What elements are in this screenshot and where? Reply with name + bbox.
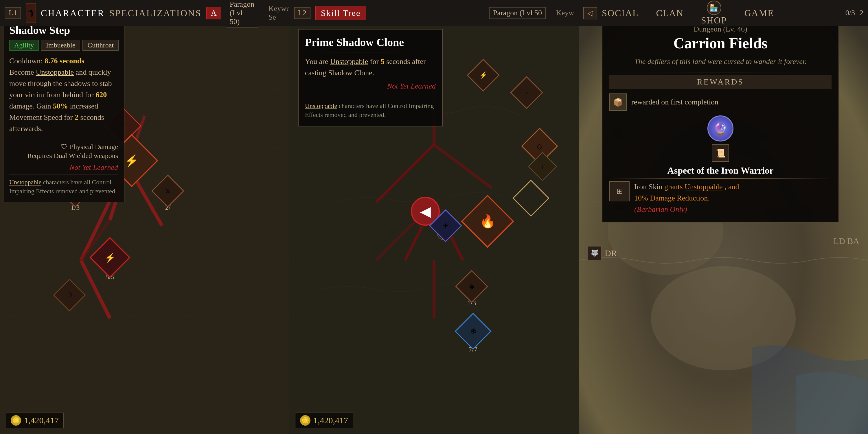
reward-chest: 📦 rewarded on first completion (609, 93, 832, 111)
dungeon-description: The defilers of this land were cursed to… (609, 56, 832, 67)
panel2-keyword: Keyw (556, 9, 574, 18)
character-tab[interactable]: CHARACTER (41, 8, 105, 19)
panel2-gold-amount: 1,420,417 (313, 415, 348, 425)
tag-cutthroat: Cutthroat (83, 40, 119, 51)
panel-map: ◁ SOCIAL CLAN 🏪 SHOP GAME 0/3 2 Dungeon … (579, 0, 868, 434)
node-icon-bottom-left[interactable]: ☽ (53, 279, 86, 311)
social-tab[interactable]: SOCIAL (602, 8, 639, 19)
dr-text: DR (605, 248, 617, 258)
ld-ba-label: LD BA (834, 236, 859, 246)
dungeon-name: Carrion Fields (609, 35, 832, 52)
keyword-label: Keyword Se (269, 4, 289, 22)
panel3-number: 2 (860, 9, 863, 18)
paragon-badge: Paragon (Lvl 50) (226, 0, 258, 28)
chest-icon: 📦 (609, 93, 627, 111)
a-tab-active[interactable]: A (206, 7, 221, 20)
aspect-name: Aspect of the Iron Warrior (609, 165, 832, 176)
prime-unstoppable-note: Unstoppable characters have all Control … (305, 98, 436, 120)
social-navigation: SOCIAL CLAN 🏪 SHOP GAME (602, 1, 774, 26)
panel2-node-right-diamond[interactable] (518, 185, 544, 211)
rewards-header: REWARDS (609, 75, 832, 89)
node-icon-bottom[interactable]: ⚡ (89, 237, 130, 278)
not-learned-badge: Not Yet Learned (9, 163, 118, 172)
game-tab[interactable]: GAME (744, 8, 774, 19)
panel2-gold-counter: 🪙 1,420,417 (295, 412, 353, 428)
prime-not-learned: Not Yet Learned (305, 82, 436, 91)
skill-node-bottom[interactable]: ⚡ 5/5 (95, 243, 124, 281)
panel3-navbar: ◁ SOCIAL CLAN 🏪 SHOP GAME 0/3 2 (579, 0, 868, 26)
panel2-paragon: Paragon (Lvl 50 (489, 7, 546, 19)
panel2-center-flame-node[interactable]: 🔥 (469, 203, 506, 240)
character-icon[interactable]: 🗡 (26, 3, 36, 23)
dungeon-level: Dungeon (Lv. 46) (609, 25, 832, 34)
prime-description: You are Unstoppable for 5 seconds after … (305, 56, 436, 79)
dr-icon: 🐺 (587, 246, 602, 260)
skill-node-bottom-left[interactable]: ☽ (58, 283, 81, 307)
skill-description: Cooldown: 8.76 seconds Become Unstoppabl… (9, 55, 118, 134)
panel2-node-small-right[interactable]: ↓ (532, 156, 553, 177)
svg-line-13 (434, 145, 492, 188)
panel2-node-purple[interactable]: ✦ (434, 214, 457, 237)
panel3-counter-badge: 0/3 (845, 9, 855, 18)
unstoppable-note: Unstoppable characters have all Control … (9, 174, 118, 196)
panel2-node-bottom[interactable]: ◈ 1/3 (460, 275, 483, 307)
panel-character: L1 🗡 CHARACTER SPECIALIZATIONS A Paragon… (0, 0, 289, 434)
dagger-icon: 🗡 (26, 8, 36, 19)
dungeon-tooltip-carrion-fields: Dungeon (Lv. 46) Carrion Fields The defi… (602, 18, 839, 222)
panel2-node-top[interactable]: ⚡ (472, 64, 495, 87)
l1-badge: L1 (5, 7, 21, 19)
panel2-node-very-bottom[interactable]: ❄ 7/7 (460, 318, 486, 353)
gold-amount: 1,420,417 (24, 415, 59, 425)
tag-imbueable: Imbueable (41, 40, 80, 51)
l2-badge: L2 (294, 7, 310, 19)
panel-skill-tree: L2 Skill Tree Paragon (Lvl 50 Keyw Prime… (289, 0, 579, 434)
gold-counter: 🪙 1,420,417 (6, 412, 64, 428)
dr-map-label: 🐺 DR (587, 246, 617, 260)
aspect-orb-area: 🔮 (609, 116, 832, 142)
panel2-gold-icon: 🪙 (300, 415, 310, 426)
skill-tree-tab-active[interactable]: Skill Tree (315, 6, 367, 20)
shop-icon[interactable]: 🏪 (707, 1, 721, 15)
panel2-node-top-right[interactable]: → (515, 81, 538, 104)
iron-skin-icon: ⊞ (609, 181, 629, 202)
shop-tab[interactable]: SHOP (701, 15, 727, 26)
prime-skill-name: Prime Shadow Clone (305, 36, 436, 49)
panel2-navbar: L2 Skill Tree Paragon (Lvl 50 Keyw (289, 0, 579, 26)
skill-properties: 🛡 Physical Damage Requires Dual Wielded … (9, 139, 118, 160)
aspect-description: ⊞ Iron Skin grants Unstoppable , and 10%… (609, 181, 832, 215)
node-icon-right[interactable]: ⚔ (151, 175, 184, 207)
clan-tab[interactable]: CLAN (656, 8, 684, 19)
skill-node-right[interactable]: ⚔ 2/ (156, 179, 179, 212)
skill-tags: Agility Imbueable Cutthroat (9, 40, 118, 51)
shop-area: 🏪 SHOP (701, 1, 727, 26)
specializations-tab[interactable]: SPECIALIZATIONS (110, 8, 202, 19)
aspect-codec-icon: 📜 (609, 144, 832, 162)
skill-tooltip-shadow-step: Shadow Step Agility Imbueable Cutthroat … (3, 18, 124, 202)
prime-tooltip: Prime Shadow Clone You are Unstoppable f… (298, 29, 443, 126)
panel1-navbar: L1 🗡 CHARACTER SPECIALIZATIONS A Paragon… (0, 0, 289, 26)
aspect-orb-icon: 🔮 (707, 116, 734, 142)
svg-line-12 (376, 145, 434, 203)
panel3-l-badge: ◁ (583, 7, 597, 20)
gold-coin-icon: 🪙 (11, 415, 21, 426)
tag-agility: Agility (9, 40, 39, 51)
